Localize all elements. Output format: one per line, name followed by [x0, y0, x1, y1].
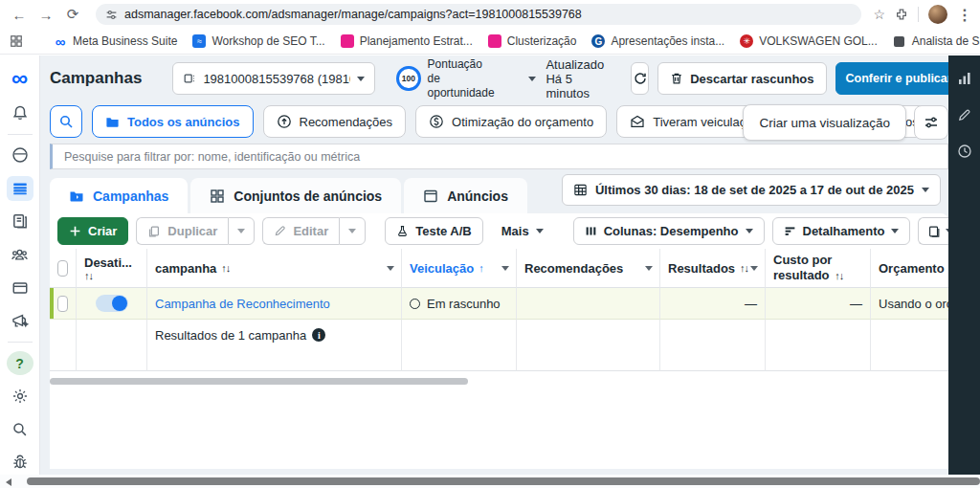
column-header-recommendations[interactable]: Recomendações — [517, 249, 660, 288]
forward-icon[interactable]: → — [34, 3, 57, 26]
filter-recommendations[interactable]: Recomendações — [263, 105, 407, 138]
select-all-checkbox[interactable] — [57, 260, 68, 277]
search-icon[interactable] — [7, 417, 33, 442]
table-horizontal-scrollbar[interactable] — [50, 378, 468, 385]
profile-avatar[interactable] — [928, 5, 947, 24]
edit-split-button: Editar — [262, 217, 366, 245]
meta-logo[interactable]: ∞ — [7, 65, 33, 92]
ad-frame-icon — [423, 189, 438, 204]
duplicate-dropdown[interactable] — [228, 217, 255, 245]
refresh-button[interactable] — [631, 62, 649, 95]
campaign-name-link[interactable]: Campanha de Reconhecimento — [155, 297, 330, 311]
chevron-down-icon[interactable] — [645, 266, 653, 271]
insights-chart-icon[interactable] — [955, 69, 974, 88]
column-header-results[interactable]: Resultados ↑↓ — [660, 249, 766, 288]
scrollbar-thumb[interactable] — [27, 477, 980, 485]
filter-all-ads[interactable]: Todos os anúncios — [92, 105, 254, 138]
columns-icon — [585, 225, 597, 237]
bookmark-clusterizacao[interactable]: Clusterização — [488, 34, 577, 48]
search-filter-button[interactable] — [50, 105, 82, 138]
create-button[interactable]: Criar — [57, 217, 128, 245]
bookmark-planejamento[interactable]: Planejamento Estrat... — [341, 34, 473, 48]
bookmark-meta-business-suite[interactable]: ∞Meta Business Suite — [54, 34, 177, 48]
notifications-bell-icon[interactable] — [7, 100, 33, 125]
billing-card-icon[interactable] — [7, 276, 33, 300]
discard-drafts-button[interactable]: Descartar rascunhos — [657, 62, 826, 95]
duplicate-button[interactable]: Duplicar — [136, 217, 228, 245]
tab-anuncios[interactable]: Anúncios — [404, 178, 527, 213]
browser-menu-icon[interactable]: ⋮ — [957, 6, 972, 24]
back-icon[interactable]: ← — [8, 3, 31, 26]
scroll-left-arrow-icon[interactable] — [6, 478, 11, 486]
tab-conjuntos-de-anuncios[interactable]: Conjuntos de anúncios — [190, 178, 401, 213]
column-header-delivery[interactable]: Veiculação ↑ — [402, 249, 517, 288]
edit-pencil-icon[interactable] — [955, 105, 974, 124]
left-sidebar: ∞ ? — [0, 55, 40, 475]
account-icon — [183, 72, 196, 85]
columns-button[interactable]: Colunas: Desempenho — [573, 217, 765, 245]
filter-search-input[interactable] — [64, 150, 936, 164]
bookmark-analista-seo[interactable]: Analista de SEO | Re... — [893, 34, 980, 48]
row-checkbox[interactable] — [57, 296, 68, 312]
extensions-icon[interactable] — [895, 8, 908, 21]
sort-icon[interactable]: ↑ — [479, 262, 483, 274]
duplicate-split-button: Duplicar — [136, 217, 255, 245]
sort-icon[interactable]: ↑↓ — [84, 270, 93, 281]
arrow-up-circle-icon — [277, 114, 292, 129]
chevron-down-icon — [237, 229, 245, 233]
row-delivery-cell: Em rascunho — [402, 288, 517, 320]
edit-dropdown[interactable] — [339, 217, 366, 245]
help-icon[interactable]: ? — [7, 351, 33, 376]
account-overview-icon[interactable] — [7, 143, 33, 167]
chevron-down-icon[interactable] — [750, 266, 758, 271]
column-header-cost[interactable]: Custo por resultado ↑↓ — [766, 249, 871, 288]
dollar-circle-icon — [429, 114, 444, 129]
chevron-down-icon — [891, 229, 899, 233]
settings-gear-icon[interactable] — [7, 384, 33, 409]
report-bug-icon[interactable] — [7, 450, 33, 475]
history-clock-icon[interactable] — [955, 142, 974, 161]
apps-grid-icon[interactable] — [10, 34, 23, 48]
browser-toolbar: ← → ⟳ adsmanager.facebook.com/adsmanager… — [0, 0, 980, 29]
edit-button[interactable]: Editar — [262, 217, 339, 245]
ab-test-button[interactable]: Teste A/B — [385, 217, 483, 245]
create-view-button[interactable]: Criar uma visualização — [743, 104, 906, 141]
filter-budget-optimization[interactable]: Otimização do orçamento — [415, 105, 607, 138]
campaigns-table-icon[interactable] — [7, 176, 33, 201]
trash-icon — [670, 72, 683, 85]
chevron-down-icon[interactable] — [387, 266, 394, 271]
audiences-icon[interactable] — [7, 242, 33, 267]
tab-campanhas[interactable]: Campanhas — [50, 178, 188, 213]
column-header-campaign[interactable]: campanha ↑↓ — [147, 249, 402, 288]
folder-icon — [105, 115, 120, 129]
more-button[interactable]: Mais — [491, 217, 554, 245]
bookmark-workshop-seo[interactable]: ≈Workshop de SEO T... — [192, 34, 324, 48]
opportunity-score[interactable]: 100 Pontuação deoportunidade — [396, 57, 536, 100]
url-bar[interactable]: adsmanager.facebook.com/adsmanager/manag… — [96, 4, 861, 25]
bookmarks-bar: ∞Meta Business Suite ≈Workshop de SEO T.… — [0, 29, 980, 55]
column-header-budget[interactable]: Orçamento ↑↓ — [871, 249, 948, 288]
breakdown-button[interactable]: Detalhamento — [772, 217, 911, 245]
select-all-cell — [50, 249, 77, 288]
column-header-toggle[interactable]: Desati... ↑↓ — [77, 249, 147, 288]
ads-settings-megaphone-icon[interactable] — [7, 308, 33, 333]
bookmark-star-icon[interactable]: ☆ — [873, 7, 885, 22]
bookmark-apresentacoes[interactable]: GApresentações insta... — [591, 34, 724, 48]
pages-reports-icon[interactable] — [7, 210, 33, 234]
reload-icon[interactable]: ⟳ — [61, 3, 84, 26]
info-icon[interactable]: i — [312, 328, 325, 342]
sort-icon[interactable]: ↑↓ — [740, 262, 748, 274]
view-settings-button[interactable] — [914, 105, 948, 140]
chevron-down-icon[interactable] — [501, 266, 509, 271]
bookmark-volkswagen[interactable]: ✳VOLKSWAGEN GOL... — [740, 34, 878, 48]
row-campaign-cell[interactable]: Campanha de Reconhecimento — [147, 288, 402, 320]
date-range-selector[interactable]: Últimos 30 dias: 18 de set de 2025 a 17 … — [562, 174, 941, 206]
sort-icon[interactable]: ↑↓ — [221, 262, 230, 274]
row-cost-cell: — — [766, 288, 871, 320]
results-summary: Resultados de 1 campanha — [155, 328, 306, 343]
row-budget-cell: Usando o orçam — [871, 288, 948, 320]
campaign-toggle[interactable] — [96, 295, 128, 312]
dark-logo-icon — [893, 34, 906, 48]
account-selector[interactable]: 1981000815539768 (19810008... — [172, 62, 375, 95]
page-title: Campanhas — [50, 69, 142, 88]
